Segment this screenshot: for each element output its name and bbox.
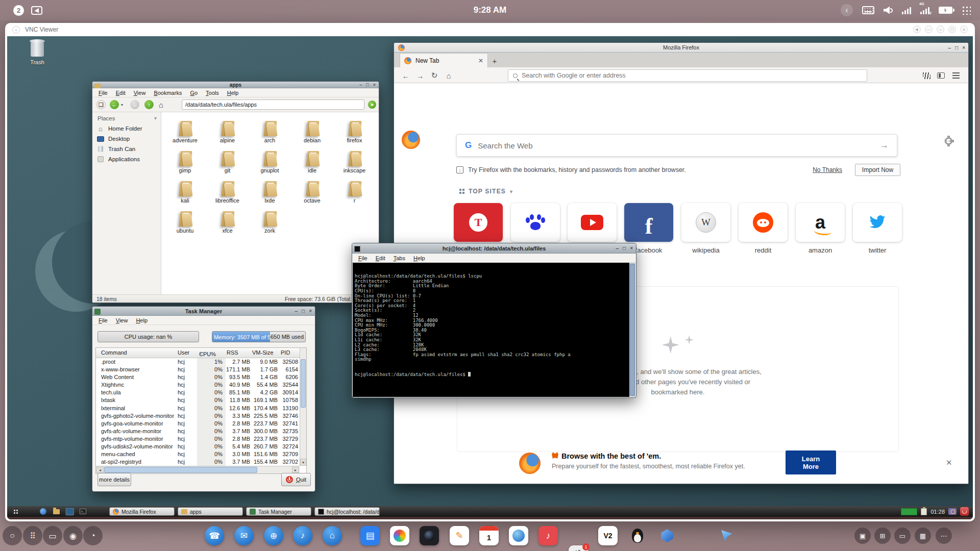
maximize-button[interactable]: □ (302, 308, 305, 314)
folder-item[interactable]: r (333, 174, 376, 205)
folder-item[interactable]: kali (164, 174, 206, 205)
folder-item[interactable]: ubuntu (164, 205, 206, 235)
folder-item[interactable]: gnuplot (249, 144, 291, 174)
top-sites-header[interactable]: TOP SITES ▾ (459, 188, 512, 195)
folder-item[interactable]: gimp (164, 144, 206, 174)
col-pid[interactable]: PID (281, 349, 290, 356)
new-tab-button[interactable]: + (488, 54, 501, 67)
tab-new-tab[interactable]: New Tab ✕ (400, 53, 488, 67)
collapse-icon[interactable]: ‹ (841, 4, 853, 16)
process-row[interactable]: gvfs-gphoto2-volume-monitor hcj 0% 3.3 M… (96, 412, 306, 420)
terminal-title-bar[interactable]: hcj@localhost: /data/data/tech.ula/files… (352, 243, 636, 254)
more-apps-icon[interactable]: ⋯ (936, 528, 952, 544)
top-site-smartisan[interactable]: T (454, 203, 503, 242)
media-player-app-icon[interactable]: ♪ (538, 526, 558, 545)
more-details-button[interactable]: more details (97, 473, 131, 486)
menu-tools[interactable]: Tools (202, 89, 223, 96)
process-row[interactable]: gvfs-mtp-volume-monitor hcj 0% 2.8 MB 22… (96, 435, 306, 443)
panel-browser-icon[interactable] (39, 507, 47, 516)
screenshot-icon[interactable]: ▣ (854, 528, 871, 544)
v2-app-icon[interactable]: V2 (598, 526, 618, 545)
pin-button[interactable]: ➤ (913, 26, 921, 33)
folder-item[interactable]: lxde (249, 174, 291, 205)
screen-record-icon[interactable]: ◉ (63, 526, 83, 545)
desktop-trash-icon[interactable]: Trash (24, 41, 50, 65)
timer-icon[interactable]: ◔ (83, 526, 103, 545)
taskbar-button-firefox[interactable]: Mozilla Firefox (109, 507, 175, 516)
process-row[interactable]: gvfs-afc-volume-monitor hcj 0% 3.7 MB 30… (96, 428, 306, 435)
learn-more-button[interactable]: Learn More (786, 450, 836, 474)
process-row[interactable]: lxterminal hcj 0% 12.6 MB 170.4 MB 13190 (96, 405, 306, 412)
panel-terminal-icon[interactable]: >_ (79, 507, 87, 516)
folder-item[interactable]: firefox (333, 114, 376, 144)
logout-icon[interactable] (960, 507, 969, 516)
web-browser-app-icon[interactable] (509, 526, 528, 545)
home-icon[interactable]: ⌂ (159, 101, 163, 109)
back-icon[interactable]: ← (400, 70, 411, 81)
signal-icon[interactable] (902, 6, 911, 14)
horizontal-scrollbar[interactable]: ◂ ▸ (96, 466, 300, 473)
home-app-icon[interactable]: ⌂ (323, 526, 342, 545)
cellular-4g-icon[interactable]: 4G2 (920, 6, 929, 14)
keyboard-icon[interactable]: ▦ (915, 528, 931, 544)
col-user[interactable]: User (178, 349, 189, 356)
clipboard-icon[interactable] (921, 508, 927, 515)
battery-indicator[interactable] (901, 508, 917, 515)
process-row[interactable]: gvfs-goa-volume-monitor hcj 0% 2.8 MB 22… (96, 420, 306, 428)
close-button[interactable]: × (962, 45, 965, 51)
top-site-wikipedia[interactable]: W (681, 203, 730, 242)
menu-go[interactable]: Go (186, 89, 202, 96)
sidebar-icon[interactable] (935, 70, 946, 81)
home-icon[interactable]: ⌂ (443, 70, 454, 81)
banner-close-icon[interactable]: ✕ (946, 458, 952, 467)
process-row[interactable]: menu-cached hcj 0% 3.0 MB 151.6 MB 32709 (96, 450, 306, 458)
menu-view[interactable]: View (130, 89, 150, 96)
col-rss[interactable]: RSS (227, 349, 238, 356)
reload-icon[interactable]: ↻ (429, 70, 440, 81)
gallery-app-icon[interactable] (390, 526, 409, 545)
process-row[interactable]: gvfs-udisks2-volume-monitor hcj 0% 5.4 M… (96, 443, 306, 450)
file-manager-title-bar[interactable]: apps – □ × (92, 82, 379, 88)
gem-app-icon[interactable] (657, 526, 677, 545)
folder-item[interactable]: arch (249, 114, 291, 144)
col-vmsize[interactable]: VM-Size (252, 349, 274, 356)
back-icon[interactable]: ‹ (12, 26, 20, 34)
menu-file[interactable]: File (94, 317, 112, 324)
close-button[interactable]: × (630, 245, 633, 251)
terminal-output[interactable]: hcj@localhost:/data/data/tech.ula/files$… (353, 263, 629, 397)
camera-app-icon[interactable] (420, 526, 439, 545)
scrollbar-thumb[interactable] (104, 467, 257, 473)
top-site-baidu[interactable] (511, 203, 560, 242)
top-site-twitter[interactable] (853, 203, 902, 242)
folder-item[interactable]: idle (291, 144, 333, 174)
display-icon[interactable]: ▭ (894, 528, 911, 544)
top-site-youtube[interactable] (568, 203, 617, 242)
maximize-button[interactable]: □ (623, 245, 626, 251)
minimize-button[interactable]: – (359, 82, 362, 87)
menu-help[interactable]: Help (409, 255, 429, 262)
files-app-icon[interactable]: ▤ (360, 526, 380, 545)
folder-item[interactable]: debian (291, 114, 333, 144)
lock-screen-icon[interactable] (948, 508, 957, 515)
go-icon[interactable]: ➤ (368, 101, 376, 109)
clock[interactable]: 9:28 AM (0, 0, 980, 20)
top-site-amazon[interactable]: a (796, 203, 845, 242)
maximize-button[interactable]: □ (366, 82, 369, 87)
menu-edit[interactable]: Edit (112, 89, 130, 96)
close-button[interactable]: × (373, 82, 376, 87)
linux-app-icon[interactable] (628, 526, 647, 545)
folder-item[interactable]: alpine (206, 114, 249, 144)
menu-file[interactable]: File (94, 89, 112, 96)
web-search-box[interactable]: G Search the Web → (456, 134, 897, 157)
folder-item[interactable]: inkscape (333, 144, 376, 174)
up-button[interactable]: ↑ (144, 100, 154, 109)
process-row[interactable]: tech.ula hcj 0% 85.1 MB 4.2 GB 30914 (96, 389, 306, 396)
process-row[interactable]: Xtightvnc hcj 0% 40.9 MB 55.4 MB 32544 (96, 381, 306, 389)
folder-item[interactable]: libreoffice (206, 174, 249, 205)
quit-button[interactable]: Quit (281, 473, 311, 486)
music-app-icon[interactable]: ♪ (293, 526, 312, 545)
close-button[interactable]: × (309, 308, 312, 314)
desktop-pager[interactable] (65, 507, 74, 516)
menu-help[interactable]: Help (223, 89, 243, 96)
taskbar-button-task-manager[interactable]: Task Manager (246, 507, 311, 516)
